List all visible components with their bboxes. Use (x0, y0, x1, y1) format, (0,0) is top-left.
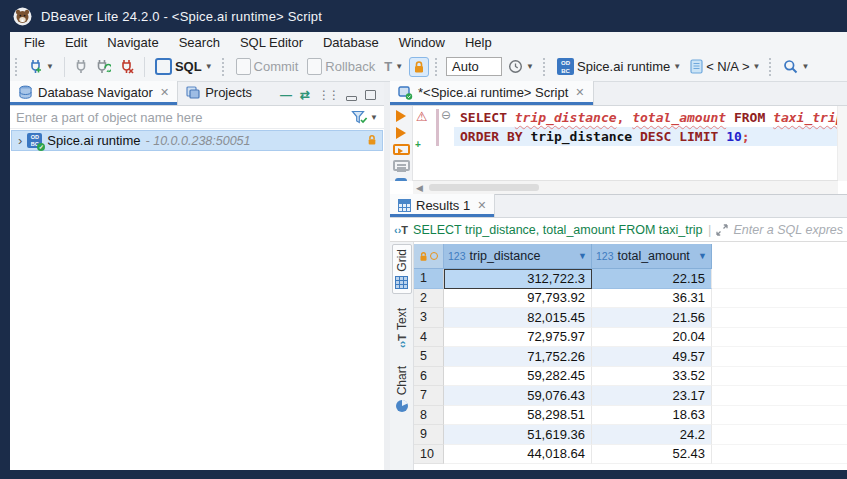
transaction-caret[interactable]: ▼ (395, 62, 403, 71)
active-schema-selector[interactable]: < N/A > ▼ (687, 57, 763, 76)
row-number[interactable]: 5 (414, 347, 444, 367)
code-line-2[interactable]: ORDER BY trip_distance DESC LIMIT 10; (454, 127, 838, 146)
editor-vertical-scrollbar[interactable] (837, 106, 847, 181)
table-row[interactable]: 297,793.9236.31 (414, 289, 847, 309)
cell-total-amount[interactable]: 33.52 (592, 367, 712, 387)
table-row[interactable]: 858,298.5118.63 (414, 406, 847, 426)
tab-sql-script[interactable]: *<Spice.ai runtime> Script ✕ (390, 81, 594, 105)
reconnect-button[interactable] (93, 57, 114, 77)
menu-database[interactable]: Database (313, 33, 389, 52)
table-row[interactable]: 1044,018.6452.43 (414, 445, 847, 465)
cell-trip-distance[interactable]: 71,752.26 (444, 347, 592, 367)
table-row[interactable]: 951,619.3624.2 (414, 425, 847, 445)
results-filter-bar[interactable]: ‹›T SELECT trip_distance, total_amount F… (390, 218, 847, 242)
code-line-1[interactable]: SELECT trip_distance, total_amount FROM … (454, 108, 838, 127)
scroll-thumb[interactable] (429, 184, 539, 191)
table-row[interactable]: 1312,722.322.15 (414, 269, 847, 289)
tab-results-1-close-icon[interactable]: ✕ (477, 199, 486, 212)
cell-trip-distance[interactable]: 82,015.45 (444, 308, 592, 328)
minimize-view-icon[interactable] (346, 96, 357, 101)
cell-total-amount[interactable]: 36.31 (592, 289, 712, 309)
tab-results-1[interactable]: Results 1 ✕ (390, 194, 495, 217)
link-with-editor-icon[interactable]: ⇄ (300, 89, 310, 101)
view-tab-chart[interactable]: Chart (393, 362, 411, 417)
cell-trip-distance[interactable]: 51,619.36 (444, 425, 592, 445)
active-connection-selector[interactable]: OD BC Spice.ai runtime ▼ (554, 56, 684, 77)
row-number[interactable]: 9 (414, 425, 444, 445)
sql-editor-caret[interactable]: ▼ (205, 62, 213, 71)
menu-edit[interactable]: Edit (55, 33, 97, 52)
fold-collapse-icon[interactable]: ⊖ (441, 108, 451, 122)
sql-editor-body[interactable]: + ⚠ ⊖ SELECT trip_distance, total_amount… (390, 106, 847, 194)
cell-trip-distance[interactable]: 58,298.51 (444, 406, 592, 426)
connect-button[interactable] (72, 57, 90, 77)
menu-search[interactable]: Search (169, 33, 230, 52)
row-number[interactable]: 7 (414, 386, 444, 406)
collapse-all-icon[interactable]: — (280, 89, 292, 101)
sort-indicator-icon[interactable]: ▼ (578, 251, 587, 261)
connection-tree-item[interactable]: › OD BC ✓ Spice.ai runtime - 10.0.0.238:… (11, 130, 383, 151)
cell-total-amount[interactable]: 18.63 (592, 406, 712, 426)
cell-trip-distance[interactable]: 72,975.97 (444, 328, 592, 348)
row-number[interactable]: 8 (414, 406, 444, 426)
sql-code[interactable]: SELECT trip_distance, total_amount FROM … (454, 108, 838, 146)
cell-total-amount[interactable]: 22.15 (592, 269, 712, 289)
execute-statement-icon[interactable] (396, 110, 406, 122)
transaction-log-caret[interactable]: ▼ (526, 62, 534, 71)
menu-navigate[interactable]: Navigate (97, 33, 168, 52)
cell-total-amount[interactable]: 24.2 (592, 425, 712, 445)
sql-editor-button[interactable]: SQL ▼ (152, 56, 216, 77)
table-row[interactable]: 759,076.4323.17 (414, 386, 847, 406)
row-number[interactable]: 3 (414, 308, 444, 328)
editor-horizontal-scrollbar[interactable]: ◀ (413, 180, 838, 194)
menu-file[interactable]: File (14, 33, 55, 52)
sql-expression-placeholder[interactable]: Enter a SQL expression to (733, 223, 843, 237)
menu-help[interactable]: Help (455, 33, 502, 52)
rollback-button[interactable]: Rollback (304, 56, 378, 77)
active-schema-caret[interactable]: ▼ (753, 62, 761, 71)
tab-projects[interactable]: Projects (178, 81, 260, 105)
table-row[interactable]: 472,975.9720.04 (414, 328, 847, 348)
row-number[interactable]: 2 (414, 289, 444, 309)
cell-total-amount[interactable]: 49.57 (592, 347, 712, 367)
expand-filter-icon[interactable] (716, 224, 728, 236)
column-header-trip-distance[interactable]: 123 trip_distance ▼ (444, 244, 592, 269)
grid-corner-cell[interactable] (414, 244, 444, 269)
cell-trip-distance[interactable]: 44,018.64 (444, 445, 592, 465)
view-menu-icon[interactable]: ⋮⋮ (318, 89, 338, 101)
menu-window[interactable]: Window (389, 33, 455, 52)
execute-new-tab-icon[interactable]: + (396, 127, 406, 139)
row-number[interactable]: 6 (414, 367, 444, 387)
tab-sql-script-close-icon[interactable]: ✕ (575, 86, 584, 99)
view-tab-text[interactable]: Text ‹›T (393, 304, 411, 352)
cell-total-amount[interactable]: 21.56 (592, 308, 712, 328)
search-caret[interactable]: ▼ (801, 62, 809, 71)
data-grid[interactable]: 123 trip_distance ▼ 123 total_amount ▼ 1… (414, 244, 847, 470)
explain-plan-icon[interactable] (395, 178, 407, 181)
autocommit-lock-toggle[interactable] (409, 57, 429, 77)
active-connection-caret[interactable]: ▼ (673, 62, 681, 71)
tab-database-navigator-close-icon[interactable]: ✕ (160, 86, 169, 99)
expand-chevron-icon[interactable]: › (18, 133, 22, 148)
transaction-mode-button[interactable]: T ▼ (381, 57, 406, 76)
filter-funnel-icon[interactable] (351, 110, 368, 125)
table-row[interactable]: 571,752.2649.57 (414, 347, 847, 367)
search-button[interactable]: ▼ (780, 57, 812, 76)
execute-script-icon[interactable] (393, 144, 410, 155)
row-number[interactable]: 10 (414, 445, 444, 465)
maximize-view-icon[interactable] (365, 90, 376, 100)
cell-total-amount[interactable]: 20.04 (592, 328, 712, 348)
script-icon[interactable] (393, 160, 410, 171)
disconnect-button[interactable] (117, 57, 137, 77)
new-connection-button[interactable]: ▼ (26, 57, 57, 77)
new-connection-caret[interactable]: ▼ (46, 62, 54, 71)
scroll-left-arrow-icon[interactable]: ◀ (413, 183, 423, 193)
filter-menu-caret[interactable]: ▼ (370, 113, 378, 122)
view-tab-grid[interactable]: Grid (392, 244, 412, 294)
cell-trip-distance[interactable]: 59,076.43 (444, 386, 592, 406)
transaction-log-button[interactable]: ▼ (505, 57, 537, 76)
menu-sql-editor[interactable]: SQL Editor (230, 33, 313, 52)
table-row[interactable]: 659,282.4533.52 (414, 367, 847, 387)
row-number[interactable]: 4 (414, 328, 444, 348)
column-header-total-amount[interactable]: 123 total_amount ▼ (592, 244, 712, 269)
